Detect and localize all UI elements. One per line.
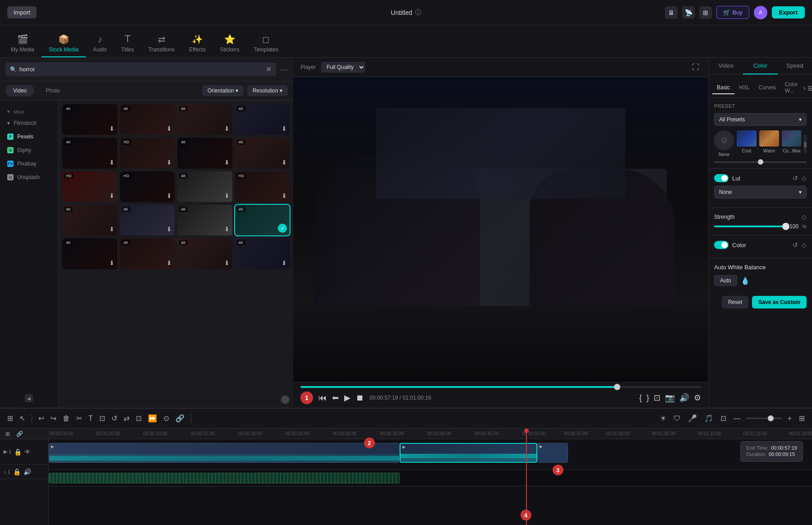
step-back-button[interactable]: ⬅ bbox=[332, 393, 339, 403]
stop-button[interactable]: ⏹ bbox=[356, 393, 364, 403]
cast-icon[interactable]: 📡 bbox=[682, 6, 695, 19]
audio-mute-button[interactable]: 🔊 bbox=[23, 468, 31, 475]
filter-photo[interactable]: Photo bbox=[38, 85, 67, 97]
clear-search-button[interactable]: ✕ bbox=[266, 65, 272, 74]
save-custom-button[interactable]: Save as Custom bbox=[752, 296, 807, 309]
media-item-3[interactable]: 4K⬇ bbox=[235, 104, 290, 135]
tab-templates[interactable]: ◻ Templates bbox=[246, 30, 286, 57]
plus-button[interactable]: + bbox=[786, 413, 794, 424]
monitor-icon[interactable]: 🖥 bbox=[665, 6, 678, 19]
brightness-button[interactable]: ☀ bbox=[658, 412, 668, 424]
tab-stickers[interactable]: ⭐ Stickers bbox=[213, 30, 247, 57]
track-eye-button[interactable]: 👁 bbox=[24, 448, 31, 456]
mic-button[interactable]: 🎤 bbox=[686, 412, 699, 424]
text-button[interactable]: T bbox=[87, 413, 95, 424]
preset-scrollbar[interactable] bbox=[804, 135, 807, 153]
link-tracks-button[interactable]: 🔗 bbox=[14, 429, 25, 439]
zoom-handle[interactable] bbox=[768, 415, 774, 421]
sidebar-item-giphy[interactable]: G Giphy bbox=[0, 143, 58, 157]
video-clip-2[interactable]: ▶ bbox=[400, 443, 537, 463]
media-item-0[interactable]: 4K⬇ bbox=[62, 104, 117, 135]
media-item-12[interactable]: 4K⬇ bbox=[62, 205, 117, 235]
audio-clip-1[interactable] bbox=[49, 473, 400, 484]
filter-video[interactable]: Video bbox=[5, 85, 34, 97]
sub-tab-hsl[interactable]: HSL bbox=[734, 82, 754, 94]
quality-select[interactable]: Full Quality bbox=[321, 62, 365, 73]
media-item-11[interactable]: HD⬇ bbox=[235, 171, 290, 202]
tab-titles[interactable]: T Titles bbox=[114, 29, 141, 57]
redo-button[interactable]: ↪ bbox=[49, 412, 58, 424]
tab-effects[interactable]: ✨ Effects bbox=[182, 30, 212, 57]
media-item-8[interactable]: HD⬇ bbox=[62, 171, 117, 202]
sidebar-item-unsplash[interactable]: U Unsplash bbox=[0, 170, 58, 184]
preset-position-slider[interactable] bbox=[714, 161, 807, 163]
media-item-16[interactable]: 4K⬇ bbox=[62, 238, 117, 269]
info-button[interactable]: ⓘ bbox=[281, 395, 290, 404]
pip-button[interactable]: ⊡ bbox=[719, 412, 728, 424]
tab-stock-media[interactable]: 📦 Stock Media bbox=[42, 30, 86, 57]
export-button[interactable]: Export bbox=[772, 6, 805, 18]
media-item-14[interactable]: 4K⬇ bbox=[177, 205, 232, 235]
track-lock-button[interactable]: 🔒 bbox=[14, 448, 22, 456]
eyedropper-button[interactable]: 💧 bbox=[741, 276, 750, 285]
fullscreen-button[interactable]: ⛶ bbox=[690, 61, 701, 73]
media-item-15[interactable]: 4K✓ bbox=[235, 205, 290, 235]
prev-frame-button[interactable]: ⏮ bbox=[318, 393, 327, 403]
media-item-2[interactable]: 4K⬇ bbox=[177, 104, 232, 135]
video-clip-1[interactable]: ▶ bbox=[49, 443, 400, 463]
lut-reset-button[interactable]: ↺ bbox=[793, 175, 798, 182]
volume-button[interactable]: 🔊 bbox=[679, 393, 689, 403]
snap-button[interactable]: ⊞ bbox=[5, 412, 15, 424]
sub-tab-color-wheels[interactable]: Color W... bbox=[780, 78, 803, 97]
auto-white-balance-button[interactable]: Auto bbox=[714, 275, 737, 286]
resolution-dropdown[interactable]: Resolution ▾ bbox=[247, 85, 288, 96]
media-item-17[interactable]: 4K⬇ bbox=[120, 238, 175, 269]
add-track-button[interactable]: ⊞ bbox=[4, 429, 12, 439]
lut-diamond-button[interactable]: ◇ bbox=[802, 175, 807, 182]
strength-track[interactable] bbox=[714, 226, 786, 227]
media-item-7[interactable]: 4K⬇ bbox=[235, 138, 290, 168]
strength-diamond-button[interactable]: ◇ bbox=[802, 213, 807, 221]
preset-warm[interactable]: Warm bbox=[759, 130, 779, 157]
sidebar-item-pexels[interactable]: P Pexels bbox=[0, 130, 58, 143]
layout-toggle-button[interactable]: ⊞ bbox=[807, 84, 812, 92]
in-point-button[interactable]: { bbox=[639, 393, 642, 403]
tab-my-media[interactable]: 🎬 My Media bbox=[4, 30, 42, 57]
media-item-19[interactable]: 4K⬇ bbox=[235, 238, 290, 269]
lut-dropdown[interactable]: None ▾ bbox=[714, 186, 807, 198]
sub-tab-curves[interactable]: Curves bbox=[754, 82, 780, 94]
all-presets-dropdown[interactable]: All Presets ▾ bbox=[714, 113, 807, 126]
snapshot-button[interactable]: 📷 bbox=[665, 393, 675, 403]
search-input[interactable] bbox=[19, 66, 263, 73]
preset-none[interactable]: ⊘ None bbox=[714, 130, 734, 157]
preset-comax[interactable]: Co...Max bbox=[782, 130, 801, 157]
out-point-button[interactable]: } bbox=[646, 393, 649, 403]
media-item-4[interactable]: 4K⬇ bbox=[62, 138, 117, 168]
speed-btn[interactable]: ⏩ bbox=[146, 412, 159, 424]
tab-audio[interactable]: ♪ Audio bbox=[86, 31, 114, 57]
record-button[interactable]: ⊙ bbox=[161, 412, 171, 424]
shield-button[interactable]: 🛡 bbox=[672, 413, 683, 424]
crop-button[interactable]: ⊡ bbox=[134, 412, 143, 424]
color-reset-button[interactable]: ↺ bbox=[793, 241, 798, 249]
more-sub-tabs-button[interactable]: › bbox=[802, 84, 806, 92]
media-item-10[interactable]: 4K⬇ bbox=[177, 171, 232, 202]
media-item-5[interactable]: HD⬇ bbox=[120, 138, 175, 168]
strength-handle[interactable] bbox=[782, 223, 789, 230]
sidebar-item-pixabay[interactable]: PX Pixabay bbox=[0, 157, 58, 170]
grid-view-button[interactable]: ⊞ bbox=[797, 412, 807, 424]
zoom-slider[interactable] bbox=[746, 418, 782, 419]
audio-lock-button[interactable]: 🔒 bbox=[13, 468, 21, 475]
sub-tab-basic[interactable]: Basic bbox=[712, 82, 734, 94]
preset-cool[interactable]: Cool bbox=[737, 130, 757, 157]
color-toggle[interactable] bbox=[714, 241, 729, 249]
search-input-wrap[interactable]: 🔍 ✕ bbox=[5, 62, 276, 76]
minus-button[interactable]: — bbox=[732, 413, 743, 424]
import-button[interactable]: Import bbox=[7, 6, 37, 18]
select-button[interactable]: ↖ bbox=[18, 412, 27, 424]
tab-speed[interactable]: Speed bbox=[778, 58, 812, 74]
color-diamond-button[interactable]: ◇ bbox=[802, 241, 807, 249]
lut-toggle[interactable] bbox=[714, 174, 729, 182]
media-item-6[interactable]: 4K⬇ bbox=[177, 138, 232, 168]
grid-icon[interactable]: ⊞ bbox=[699, 6, 712, 19]
